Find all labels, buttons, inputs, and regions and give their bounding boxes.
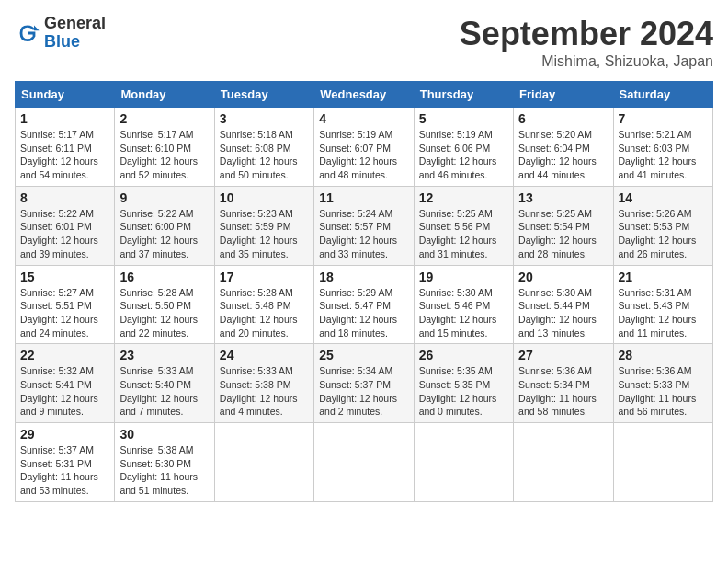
day-4: 4 Sunrise: 5:19 AMSunset: 6:07 PMDayligh…	[314, 108, 414, 187]
day-20: 20 Sunrise: 5:30 AMSunset: 5:44 PMDaylig…	[514, 265, 613, 344]
week-row-4: 22 Sunrise: 5:32 AMSunset: 5:41 PMDaylig…	[16, 344, 713, 423]
logo-general: General	[44, 15, 106, 33]
day-19: 19 Sunrise: 5:30 AMSunset: 5:46 PMDaylig…	[414, 265, 513, 344]
day-2: 2 Sunrise: 5:17 AMSunset: 6:10 PMDayligh…	[115, 108, 214, 187]
empty-cell-1	[214, 423, 313, 502]
day-3: 3 Sunrise: 5:18 AMSunset: 6:08 PMDayligh…	[214, 108, 313, 187]
header-tuesday: Tuesday	[214, 82, 313, 108]
header-wednesday: Wednesday	[314, 82, 414, 108]
empty-cell-5	[613, 423, 712, 502]
day-29: 29 Sunrise: 5:37 AMSunset: 5:31 PMDaylig…	[16, 423, 115, 502]
logo: General Blue	[15, 15, 106, 52]
day-26: 26 Sunrise: 5:35 AMSunset: 5:35 PMDaylig…	[414, 344, 513, 423]
day-11: 11 Sunrise: 5:24 AMSunset: 5:57 PMDaylig…	[314, 186, 414, 265]
day-14: 14 Sunrise: 5:26 AMSunset: 5:53 PMDaylig…	[613, 186, 712, 265]
header-saturday: Saturday	[613, 82, 712, 108]
day-30: 30 Sunrise: 5:38 AMSunset: 5:30 PMDaylig…	[115, 423, 214, 502]
header-thursday: Thursday	[414, 82, 513, 108]
logo-blue: Blue	[44, 33, 106, 52]
header-sunday: Sunday	[16, 82, 115, 108]
day-24: 24 Sunrise: 5:33 AMSunset: 5:38 PMDaylig…	[214, 344, 313, 423]
day-18: 18 Sunrise: 5:29 AMSunset: 5:47 PMDaylig…	[314, 265, 414, 344]
day-22: 22 Sunrise: 5:32 AMSunset: 5:41 PMDaylig…	[16, 344, 115, 423]
week-row-3: 15 Sunrise: 5:27 AMSunset: 5:51 PMDaylig…	[16, 265, 713, 344]
header-monday: Monday	[115, 82, 214, 108]
week-row-5: 29 Sunrise: 5:37 AMSunset: 5:31 PMDaylig…	[16, 423, 713, 502]
empty-cell-2	[314, 423, 414, 502]
logo-icon	[15, 20, 40, 46]
day-7: 7 Sunrise: 5:21 AMSunset: 6:03 PMDayligh…	[613, 108, 712, 187]
day-23: 23 Sunrise: 5:33 AMSunset: 5:40 PMDaylig…	[115, 344, 214, 423]
empty-cell-4	[514, 423, 613, 502]
header-friday: Friday	[514, 82, 613, 108]
calendar-table: Sunday Monday Tuesday Wednesday Thursday…	[15, 81, 713, 502]
day-15: 15 Sunrise: 5:27 AMSunset: 5:51 PMDaylig…	[16, 265, 115, 344]
location-title: Mishima, Shizuoka, Japan	[460, 53, 713, 70]
weekday-header-row: Sunday Monday Tuesday Wednesday Thursday…	[16, 82, 713, 108]
week-row-2: 8 Sunrise: 5:22 AMSunset: 6:01 PMDayligh…	[16, 186, 713, 265]
svg-marker-0	[34, 25, 40, 30]
day-5: 5 Sunrise: 5:19 AMSunset: 6:06 PMDayligh…	[414, 108, 513, 187]
week-row-1: 1 Sunrise: 5:17 AMSunset: 6:11 PMDayligh…	[16, 108, 713, 187]
header: General Blue September 2024 Mishima, Shi…	[15, 15, 713, 70]
day-21: 21 Sunrise: 5:31 AMSunset: 5:43 PMDaylig…	[613, 265, 712, 344]
day-27: 27 Sunrise: 5:36 AMSunset: 5:34 PMDaylig…	[514, 344, 613, 423]
day-8: 8 Sunrise: 5:22 AMSunset: 6:01 PMDayligh…	[16, 186, 115, 265]
day-1: 1 Sunrise: 5:17 AMSunset: 6:11 PMDayligh…	[16, 108, 115, 187]
empty-cell-3	[414, 423, 513, 502]
day-28: 28 Sunrise: 5:36 AMSunset: 5:33 PMDaylig…	[613, 344, 712, 423]
day-17: 17 Sunrise: 5:28 AMSunset: 5:48 PMDaylig…	[214, 265, 313, 344]
day-9: 9 Sunrise: 5:22 AMSunset: 6:00 PMDayligh…	[115, 186, 214, 265]
day-13: 13 Sunrise: 5:25 AMSunset: 5:54 PMDaylig…	[514, 186, 613, 265]
month-title: September 2024	[460, 15, 713, 53]
title-area: September 2024 Mishima, Shizuoka, Japan	[460, 15, 713, 70]
day-25: 25 Sunrise: 5:34 AMSunset: 5:37 PMDaylig…	[314, 344, 414, 423]
day-12: 12 Sunrise: 5:25 AMSunset: 5:56 PMDaylig…	[414, 186, 513, 265]
day-16: 16 Sunrise: 5:28 AMSunset: 5:50 PMDaylig…	[115, 265, 214, 344]
day-10: 10 Sunrise: 5:23 AMSunset: 5:59 PMDaylig…	[214, 186, 313, 265]
day-6: 6 Sunrise: 5:20 AMSunset: 6:04 PMDayligh…	[514, 108, 613, 187]
